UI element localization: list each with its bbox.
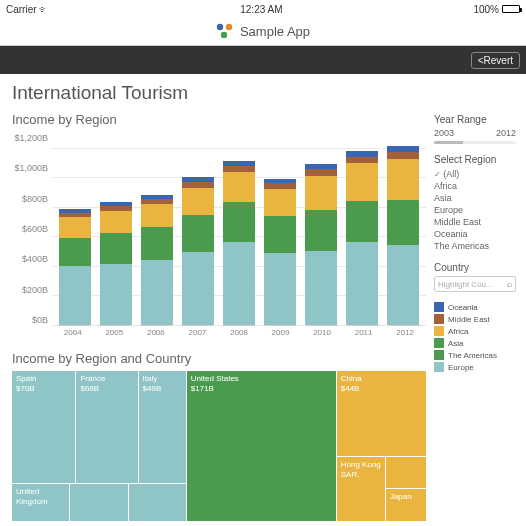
clock: 12:23 AM (240, 4, 282, 15)
search-icon: ⌕ (507, 279, 512, 289)
treemap-chart[interactable]: Spain$70B France$68B Italy$49B United Ki… (12, 371, 426, 521)
legend-swatch (434, 338, 444, 348)
legend-label: Oceania (448, 303, 478, 312)
bar-2004[interactable] (59, 209, 91, 325)
bar-seg (305, 251, 337, 325)
treemap-cell[interactable] (386, 457, 426, 489)
region-option[interactable]: Africa (434, 180, 516, 192)
battery-percent: 100% (473, 4, 499, 15)
color-legend: OceaniaMiddle EastAfricaAsiaThe Americas… (434, 302, 516, 372)
bar-seg (264, 216, 296, 253)
treemap-cell[interactable]: Spain$70B (12, 371, 75, 483)
bar-seg (59, 266, 91, 325)
legend-label: The Americas (448, 351, 497, 360)
country-label: Country (434, 262, 516, 273)
legend-swatch (434, 302, 444, 312)
app-header: Sample App (0, 18, 526, 46)
income-bar-chart[interactable]: $1,200B$1,000B$800B$600B$400B$200B$0B 20… (12, 133, 426, 341)
region-option[interactable]: The Americas (434, 240, 516, 252)
region-option[interactable]: Middle East (434, 216, 516, 228)
legend-item[interactable]: Middle East (434, 314, 516, 324)
section-income-region-country: Income by Region and Country (12, 351, 426, 366)
status-left: Carrier ᯤ (6, 4, 49, 15)
x-tick: 2009 (265, 325, 297, 341)
bar-seg (59, 217, 91, 238)
revert-button[interactable]: <Revert (471, 52, 520, 69)
year-range-filter[interactable]: Year Range 2003 2012 (434, 114, 516, 144)
x-tick: 2011 (348, 325, 380, 341)
range-slider[interactable] (434, 141, 516, 144)
x-axis: 200420052006200720082009201020112012 (52, 325, 426, 341)
bar-stack-group (52, 133, 426, 325)
status-bar: Carrier ᯤ 12:23 AM 100% (0, 0, 526, 18)
wifi-icon: ᯤ (39, 4, 49, 15)
section-income-region: Income by Region (12, 112, 426, 127)
treemap-cell[interactable]: United Kingdom (12, 484, 69, 521)
bar-seg (387, 200, 419, 244)
bar-2012[interactable] (387, 146, 419, 325)
legend-swatch (434, 314, 444, 324)
treemap-cell[interactable]: United States$171B (187, 371, 336, 521)
svg-point-0 (217, 23, 223, 29)
country-placeholder: Highlight Cou... (438, 280, 493, 289)
legend-item[interactable]: Oceania (434, 302, 516, 312)
bar-seg (182, 188, 214, 215)
treemap-cell[interactable] (129, 484, 186, 521)
bar-2007[interactable] (182, 177, 214, 325)
bar-seg (223, 166, 255, 173)
legend-swatch (434, 362, 444, 372)
year-max: 2012 (496, 128, 516, 138)
bar-2006[interactable] (141, 195, 173, 325)
year-range-label: Year Range (434, 114, 516, 125)
svg-point-1 (226, 23, 232, 29)
legend-label: Europe (448, 363, 474, 372)
carrier-label: Carrier (6, 4, 37, 15)
year-min: 2003 (434, 128, 454, 138)
treemap-cell[interactable] (70, 484, 127, 521)
treemap-cell[interactable]: Japan (386, 489, 426, 521)
x-tick: 2004 (57, 325, 89, 341)
x-tick: 2007 (181, 325, 213, 341)
country-search-input[interactable]: Highlight Cou... ⌕ (434, 276, 516, 292)
treemap-cell[interactable]: China$44B (337, 371, 426, 456)
x-tick: 2006 (140, 325, 172, 341)
bar-2011[interactable] (346, 151, 378, 325)
region-option[interactable]: Europe (434, 204, 516, 216)
legend-item[interactable]: The Americas (434, 350, 516, 360)
y-axis: $1,200B$1,000B$800B$600B$400B$200B$0B (12, 133, 52, 341)
country-filter: Country Highlight Cou... ⌕ (434, 262, 516, 292)
treemap-cell[interactable]: France$68B (76, 371, 137, 483)
bar-seg (346, 201, 378, 242)
app-logo-icon (216, 23, 234, 41)
bar-seg (100, 233, 132, 264)
treemap-cell[interactable]: Hong Kong SAR, (337, 457, 385, 521)
bar-seg (223, 202, 255, 243)
bar-seg (182, 252, 214, 325)
status-right: 100% (473, 4, 520, 15)
filter-panel: Year Range 2003 2012 Select Region (All)… (434, 82, 516, 521)
legend-item[interactable]: Europe (434, 362, 516, 372)
region-option[interactable]: Oceania (434, 228, 516, 240)
bar-2005[interactable] (100, 202, 132, 325)
bar-seg (387, 152, 419, 159)
bar-2009[interactable] (264, 179, 296, 325)
svg-point-2 (221, 31, 227, 37)
dashboard-title: International Tourism (12, 82, 426, 104)
bar-seg (387, 245, 419, 325)
bar-seg (141, 260, 173, 325)
region-option[interactable]: Asia (434, 192, 516, 204)
region-option[interactable]: (All) (434, 168, 516, 180)
bar-seg (100, 211, 132, 233)
bar-2008[interactable] (223, 161, 255, 325)
legend-item[interactable]: Africa (434, 326, 516, 336)
bar-seg (264, 253, 296, 325)
bar-2010[interactable] (305, 164, 337, 325)
legend-swatch (434, 326, 444, 336)
bar-seg (346, 242, 378, 325)
legend-label: Africa (448, 327, 468, 336)
x-tick: 2012 (389, 325, 421, 341)
bar-seg (305, 169, 337, 176)
app-title: Sample App (240, 24, 310, 39)
treemap-cell[interactable]: Italy$49B (139, 371, 186, 483)
legend-item[interactable]: Asia (434, 338, 516, 348)
